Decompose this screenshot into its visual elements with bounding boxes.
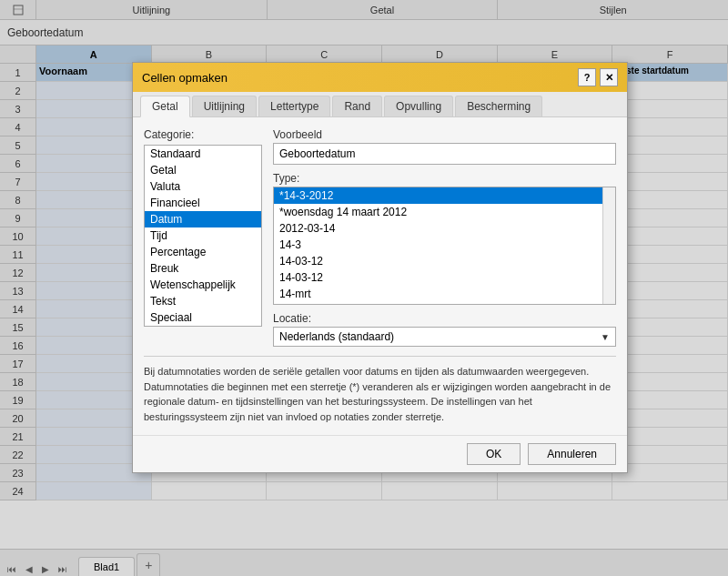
category-breuk[interactable]: Breuk [145, 260, 261, 277]
dialog-body: Categorie: Standaard Getal Valuta Financ… [133, 117, 627, 435]
locatie-value: Nederlands (standaard) [279, 330, 394, 343]
locatie-dropdown-arrow-icon: ▼ [601, 332, 610, 342]
dialog-title: Cellen opmaken [142, 71, 228, 85]
dialog-columns: Categorie: Standaard Getal Valuta Financ… [144, 128, 616, 347]
tab-bescherming[interactable]: Bescherming [455, 96, 542, 116]
tab-rand[interactable]: Rand [332, 96, 382, 116]
locatie-section: Locatie: Nederlands (standaard) ▼ [273, 312, 616, 347]
dialog-help-button[interactable]: ? [578, 68, 596, 86]
type-list-wrapper: *14-3-2012 *woensdag 14 maart 2012 2012-… [273, 187, 616, 305]
category-getal[interactable]: Getal [145, 162, 261, 178]
category-tijd[interactable]: Tijd [145, 227, 261, 244]
preview-section: Voorbeeld Geboortedatum [273, 128, 616, 165]
cancel-button[interactable]: Annuleren [528, 443, 616, 465]
category-tekst[interactable]: Tekst [145, 293, 261, 309]
category-list[interactable]: Standaard Getal Valuta Financieel Datum … [144, 145, 262, 327]
tab-uitlijning[interactable]: Uitlijning [192, 96, 257, 116]
category-financieel[interactable]: Financieel [145, 195, 261, 211]
type-item-4[interactable]: 14-03-12 [274, 253, 615, 269]
categorie-label: Categorie: [144, 128, 262, 141]
type-item-5[interactable]: 14-03-12 [274, 269, 615, 286]
dialog-controls: ? ✕ [578, 68, 618, 86]
type-label: Type: [273, 172, 616, 185]
ok-button[interactable]: OK [467, 443, 521, 465]
preview-value: Geboortedatum [279, 147, 355, 160]
format-section: Voorbeeld Geboortedatum Type: *14-3-2012… [273, 128, 616, 347]
dialog-close-button[interactable]: ✕ [600, 68, 618, 86]
locatie-select[interactable]: Nederlands (standaard) ▼ [273, 327, 616, 347]
preview-box: Geboortedatum [273, 143, 616, 165]
tab-getal[interactable]: Getal [140, 96, 190, 117]
type-list[interactable]: *14-3-2012 *woensdag 14 maart 2012 2012-… [274, 187, 615, 304]
dialog-tabs: Getal Uitlijning Lettertype Rand Opvulli… [133, 92, 627, 117]
dialog-footer: OK Annuleren [133, 435, 627, 472]
category-standaard[interactable]: Standaard [145, 146, 261, 162]
type-section: Type: *14-3-2012 *woensdag 14 maart 2012… [273, 172, 616, 305]
category-section: Categorie: Standaard Getal Valuta Financ… [144, 128, 262, 347]
preview-label: Voorbeeld [273, 128, 616, 141]
category-datum[interactable]: Datum [145, 211, 261, 227]
category-wetenschappelijk[interactable]: Wetenschappelijk [145, 277, 261, 293]
type-item-6[interactable]: 14-mrt [274, 286, 615, 302]
type-item-2[interactable]: 2012-03-14 [274, 220, 615, 237]
category-percentage[interactable]: Percentage [145, 244, 261, 260]
category-aangepast[interactable]: Aangepast [145, 326, 261, 327]
category-speciaal[interactable]: Speciaal [145, 309, 261, 326]
category-valuta[interactable]: Valuta [145, 178, 261, 195]
description-text: Bij datumnotaties worden de seriële geta… [144, 356, 616, 424]
type-item-1[interactable]: *woensdag 14 maart 2012 [274, 204, 615, 220]
dialog-title-bar: Cellen opmaken ? ✕ [133, 63, 627, 92]
tab-lettertype[interactable]: Lettertype [258, 96, 330, 116]
type-list-scrollbar[interactable] [602, 187, 615, 304]
type-item-0[interactable]: *14-3-2012 [274, 187, 615, 204]
cellen-opmaken-dialog: Cellen opmaken ? ✕ Getal Uitlijning Lett… [132, 62, 628, 473]
locatie-label: Locatie: [273, 312, 616, 325]
tab-opvulling[interactable]: Opvulling [384, 96, 453, 116]
type-item-3[interactable]: 14-3 [274, 237, 615, 253]
